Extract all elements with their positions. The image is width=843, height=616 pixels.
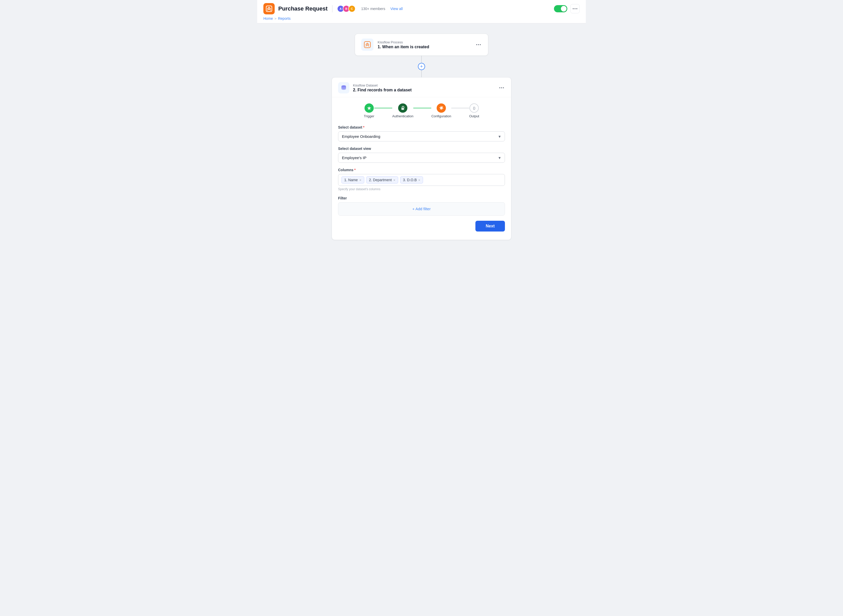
dataset-card-header: Kissflow Dataset 2. Find records from a … [332,78,511,97]
filter-area[interactable]: + Add filter [338,202,505,216]
dataset-info: Kissflow Dataset 2. Find records from a … [353,84,412,92]
connector-line-top [421,56,422,63]
tag-department: 2. Department × [366,176,398,183]
form-group-view: Select dataset view Employee's IP ▼ [338,147,505,163]
main-content: Kissflow Process 1. When an item is crea… [257,23,586,250]
columns-hint: Specify your dataset's columns [338,187,505,191]
breadcrumb-home[interactable]: Home [263,16,273,21]
view-select[interactable]: Employee's IP [338,153,505,163]
view-select-wrapper: Employee's IP ▼ [338,153,505,163]
next-button[interactable]: Next [475,221,505,232]
step-connector-3 [451,108,469,108]
dot-d3 [503,87,504,88]
trigger-icon-box [361,38,374,51]
dot-2 [575,8,576,9]
app-icon [263,3,275,15]
more-options-button[interactable] [570,4,580,13]
header-divider [332,5,333,12]
connector: + [418,56,425,77]
step-trigger: Trigger [364,103,374,118]
app-container: Purchase Request A B C 130+ members View… [257,0,586,616]
dataset-card-left: Kissflow Dataset 2. Find records from a … [338,82,412,94]
trigger-info: Kissflow Process 1. When an item is crea… [378,40,429,49]
dot-t1 [476,44,477,45]
trigger-more-button[interactable] [475,43,482,46]
dataset-more-button[interactable] [498,86,505,89]
connector-line-bottom [421,70,422,77]
tag-dob-text: 3. D.O.B [403,178,417,182]
breadcrumb: Home > Reports [263,16,580,23]
columns-field-label: Columns * [338,168,505,172]
tag-dob: 3. D.O.B × [400,176,423,183]
add-step-button[interactable]: + [418,63,425,70]
trigger-label: Kissflow Process [378,40,429,44]
tag-department-text: 2. Department [369,178,392,182]
members-count: 130+ members [361,7,385,11]
tag-department-close[interactable]: × [393,178,395,182]
dataset-card: Kissflow Dataset 2. Find records from a … [332,77,511,240]
add-filter-button[interactable]: + Add filter [412,207,431,211]
form-group-filter: Filter + Add filter [338,196,505,216]
step-auth-circle [398,103,408,113]
dataset-label: Kissflow Dataset [353,84,412,87]
dataset-card-body: Trigger Authentication [332,97,511,240]
trigger-title: 1. When an item is created [378,45,429,49]
required-star-columns: * [354,168,356,172]
members-avatars: A B C [337,5,356,12]
step-trigger-circle [365,103,374,113]
step-output-circle: {} [469,103,479,113]
step-auth: Authentication [392,103,413,118]
toggle-knob [561,6,566,12]
step-config-label: Configuration [431,114,451,118]
tag-name-text: 1. Name [344,178,358,182]
dot-d1 [499,87,500,88]
step-connector-2 [413,108,431,108]
breadcrumb-separator: > [274,17,277,21]
app-title: Purchase Request [278,5,328,12]
step-connector-1 [374,108,392,108]
avatar-3: C [348,5,356,12]
form-group-columns: Columns * 1. Name × 2. Department × [338,168,505,191]
required-star-dataset: * [363,125,364,129]
dot-d2 [501,87,502,88]
breadcrumb-current[interactable]: Reports [278,16,290,21]
step-config-circle [437,103,446,113]
filter-field-label: Filter [338,196,505,200]
dot-t3 [480,44,481,45]
dot-t2 [478,44,479,45]
card-footer: Next [338,221,505,233]
steps-progress: Trigger Authentication [338,103,505,118]
dataset-icon-box [338,82,349,94]
svg-point-5 [403,109,403,109]
header-left: Purchase Request A B C 130+ members View… [263,3,403,15]
view-all-link[interactable]: View all [390,7,403,11]
toggle-switch[interactable] [554,5,567,12]
view-field-label: Select dataset view [338,147,505,151]
dataset-select-wrapper: Employee Onboarding ▼ [338,131,505,141]
tag-name-close[interactable]: × [359,178,361,182]
dot-1 [573,8,574,9]
tag-name: 1. Name × [342,176,364,183]
step-config: Configuration [431,103,451,118]
header: Purchase Request A B C 130+ members View… [257,0,586,23]
step-output: {} Output [469,103,479,118]
trigger-card-left: Kissflow Process 1. When an item is crea… [361,38,429,51]
header-right [554,4,580,13]
step-trigger-label: Trigger [364,114,374,118]
tag-dob-close[interactable]: × [418,178,421,182]
header-top: Purchase Request A B C 130+ members View… [263,3,580,16]
dataset-field-label: Select dataset * [338,125,505,129]
columns-tags-input[interactable]: 1. Name × 2. Department × 3. D.O.B × [338,174,505,186]
step-auth-label: Authentication [392,114,413,118]
dataset-select[interactable]: Employee Onboarding [338,131,505,141]
svg-point-2 [342,85,346,87]
form-group-dataset: Select dataset * Employee Onboarding ▼ [338,125,505,141]
step-output-label: Output [469,114,479,118]
dataset-title: 2. Find records from a dataset [353,88,412,92]
dot-3 [576,8,577,9]
trigger-card: Kissflow Process 1. When an item is crea… [355,34,488,56]
svg-marker-3 [367,106,371,110]
